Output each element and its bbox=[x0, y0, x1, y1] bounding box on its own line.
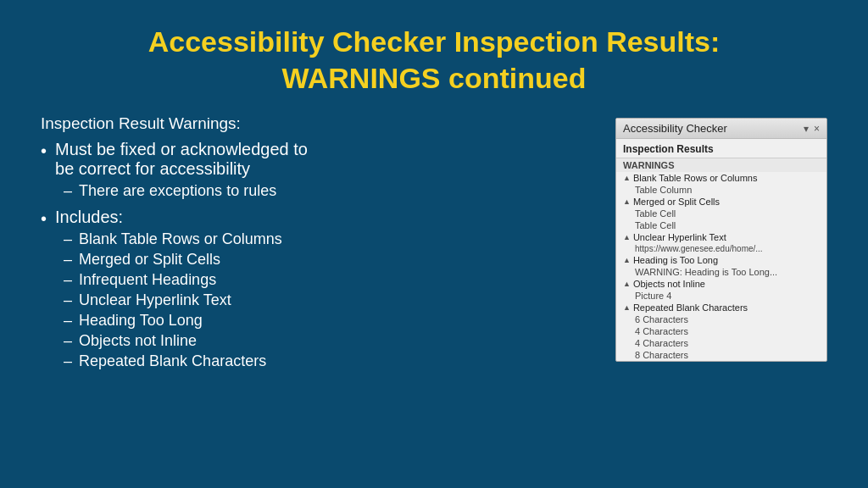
dash: – bbox=[64, 312, 72, 330]
sub-text-2-6: Objects not Inline bbox=[79, 332, 197, 350]
bullet-content-2: Includes: –Blank Table Rows or Columns –… bbox=[55, 208, 282, 373]
dash: – bbox=[64, 251, 72, 269]
checker-row-5[interactable]: Unclear Hyperlink Text bbox=[616, 231, 826, 243]
dash: – bbox=[64, 271, 72, 289]
checker-titlebar: Accessibility Checker ▾ × bbox=[616, 119, 826, 139]
checker-row-9[interactable]: Objects not Inline bbox=[616, 278, 826, 290]
bullet-item-1: • Must be fixed or acknowledged tobe cor… bbox=[41, 140, 590, 202]
checker-row-11[interactable]: Repeated Blank Characters bbox=[616, 302, 826, 313]
content-area: Inspection Result Warnings: • Must be fi… bbox=[41, 114, 827, 464]
checker-row-10[interactable]: Picture 4 bbox=[616, 290, 826, 302]
checker-row-3[interactable]: Table Cell bbox=[616, 208, 826, 219]
title-line2: WARNINGS continued bbox=[282, 62, 587, 94]
close-icon[interactable]: × bbox=[814, 123, 820, 135]
title-line1: Accessibility Checker Inspection Results… bbox=[148, 25, 721, 58]
checker-row-4[interactable]: Table Cell bbox=[616, 219, 826, 231]
checker-category: WARNINGS bbox=[616, 158, 826, 172]
sub-item-2-6: –Objects not Inline bbox=[64, 332, 282, 350]
slide-title: Accessibility Checker Inspection Results… bbox=[41, 24, 827, 96]
sub-item-2-1: –Blank Table Rows or Columns bbox=[64, 230, 282, 248]
checker-row-12[interactable]: 6 Characters bbox=[616, 313, 826, 325]
sub-list-2: –Blank Table Rows or Columns –Merged or … bbox=[64, 230, 282, 370]
checker-row-1[interactable]: Table Column bbox=[616, 184, 826, 196]
checker-title: Accessibility Checker bbox=[623, 122, 727, 135]
sub-text-1-1: There are exceptions to rules bbox=[79, 182, 276, 200]
checker-window: Accessibility Checker ▾ × Inspection Res… bbox=[615, 118, 827, 362]
sub-text-2-2: Merged or Split Cells bbox=[79, 251, 220, 269]
right-panel: Accessibility Checker ▾ × Inspection Res… bbox=[615, 118, 827, 464]
sub-text-2-1: Blank Table Rows or Columns bbox=[79, 230, 282, 248]
dash: – bbox=[64, 332, 72, 350]
sub-item-2-4: –Unclear Hyperlink Text bbox=[64, 291, 282, 309]
sub-item-2-5: –Heading Too Long bbox=[64, 312, 282, 330]
dash: – bbox=[64, 230, 72, 248]
sub-item-1-1: – There are exceptions to rules bbox=[64, 182, 308, 200]
title-area: Accessibility Checker Inspection Results… bbox=[41, 24, 827, 96]
sub-text-2-7: Repeated Blank Characters bbox=[79, 352, 266, 370]
sub-item-2-3: –Infrequent Headings bbox=[64, 271, 282, 289]
sub-text-2-3: Infrequent Headings bbox=[79, 271, 216, 289]
dash: – bbox=[64, 291, 72, 309]
dash: – bbox=[64, 352, 72, 370]
checker-section-title: Inspection Results bbox=[616, 139, 826, 158]
checker-body: Inspection Results WARNINGS Blank Table … bbox=[616, 139, 826, 361]
bullet-dot-2: • bbox=[41, 209, 47, 229]
sub-item-2-2: –Merged or Split Cells bbox=[64, 251, 282, 269]
sub-text-2-5: Heading Too Long bbox=[79, 312, 203, 330]
checker-row-15[interactable]: 8 Characters bbox=[616, 349, 826, 361]
intro-text: Inspection Result Warnings: bbox=[41, 114, 590, 133]
checker-row-2[interactable]: Merged or Split Cells bbox=[616, 196, 826, 208]
dash: – bbox=[64, 182, 72, 200]
bullet-item-2: • Includes: –Blank Table Rows or Columns… bbox=[41, 208, 590, 373]
slide: Accessibility Checker Inspection Results… bbox=[0, 0, 868, 488]
sub-item-2-7: –Repeated Blank Characters bbox=[64, 352, 282, 370]
checker-row-7[interactable]: Heading is Too Long bbox=[616, 254, 826, 266]
bullet-dot-1: • bbox=[41, 141, 47, 161]
checker-row-6[interactable]: https://www.genesee.edu/home/... bbox=[616, 243, 826, 254]
checker-row-0[interactable]: Blank Table Rows or Columns bbox=[616, 172, 826, 184]
pin-icon[interactable]: ▾ bbox=[804, 123, 809, 135]
sub-text-2-4: Unclear Hyperlink Text bbox=[79, 291, 231, 309]
checker-row-13[interactable]: 4 Characters bbox=[616, 325, 826, 337]
bullet-content-1: Must be fixed or acknowledged tobe corre… bbox=[55, 140, 308, 202]
checker-row-8[interactable]: WARNING: Heading is Too Long... bbox=[616, 266, 826, 278]
bullet-text-2: Includes: bbox=[55, 208, 123, 226]
bullet-text-1: Must be fixed or acknowledged tobe corre… bbox=[55, 140, 308, 178]
checker-row-14[interactable]: 4 Characters bbox=[616, 337, 826, 349]
checker-controls: ▾ × bbox=[804, 123, 820, 135]
sub-list-1: – There are exceptions to rules bbox=[64, 182, 308, 200]
main-bullet-list: • Must be fixed or acknowledged tobe cor… bbox=[41, 140, 590, 373]
left-content: Inspection Result Warnings: • Must be fi… bbox=[41, 114, 590, 464]
